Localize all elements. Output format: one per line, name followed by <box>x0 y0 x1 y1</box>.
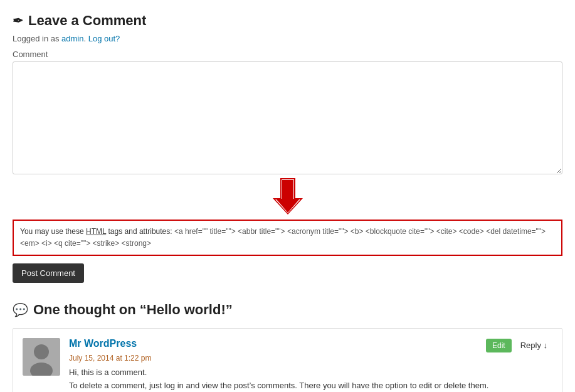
avatar <box>23 338 60 376</box>
reply-button[interactable]: Reply ↓ <box>515 338 552 352</box>
svg-point-4 <box>34 344 49 359</box>
comment-card: Mr WordPress Edit Reply ↓ July 15, 2014 … <box>13 328 562 392</box>
edit-button[interactable]: Edit <box>486 339 512 352</box>
speech-bubble-icon: 💬 <box>13 302 28 317</box>
comment-header: Mr WordPress Edit Reply ↓ <box>69 338 552 352</box>
comment-date: July 15, 2014 at 1:22 pm <box>69 354 552 363</box>
comment-textarea[interactable] <box>13 61 562 174</box>
leave-comment-title: ✒ Leave a Comment <box>13 13 562 29</box>
logged-in-text: Logged in as admin. Log out? <box>13 34 562 43</box>
logout-link[interactable]: Log out? <box>88 34 120 43</box>
red-arrow-icon <box>269 178 307 216</box>
comment-actions: Edit Reply ↓ <box>486 338 552 352</box>
commenter-name[interactable]: Mr WordPress <box>69 338 137 349</box>
comment-label: Comment <box>13 50 562 59</box>
post-comment-button[interactable]: Post Comment <box>13 263 84 283</box>
admin-link[interactable]: admin <box>61 34 83 43</box>
comment-text-2: To delete a comment, just log in and vie… <box>69 379 552 392</box>
comment-text-1: Hi, this is a comment. <box>69 366 552 379</box>
quill-icon: ✒ <box>13 13 23 28</box>
page-wrapper: ✒ Leave a Comment Logged in as admin. Lo… <box>13 13 562 392</box>
html-tags-notice: You may use these HTML tags and attribut… <box>13 220 562 256</box>
thoughts-title: 💬 One thought on “Hello world!” <box>13 302 562 318</box>
html-label: HTML <box>86 227 106 236</box>
svg-marker-2 <box>276 180 300 213</box>
leave-comment-section: ✒ Leave a Comment Logged in as admin. Lo… <box>13 13 562 283</box>
avatar-person-icon <box>23 338 60 376</box>
comment-content: Mr WordPress Edit Reply ↓ July 15, 2014 … <box>69 338 552 392</box>
thoughts-section: 💬 One thought on “Hello world!” Mr WordP… <box>13 302 562 392</box>
